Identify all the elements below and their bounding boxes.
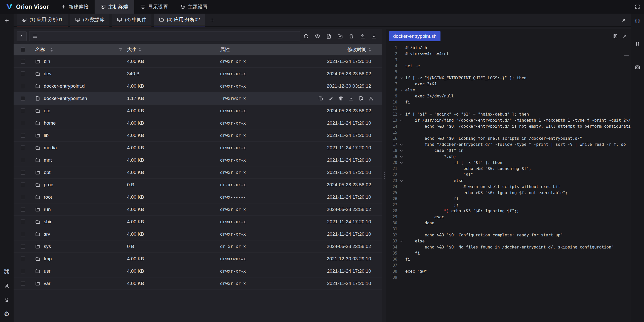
file-name[interactable]: root (44, 194, 52, 200)
file-row[interactable]: home4.00 KBdrwxr-xr-x2021-11-24 17:20:10 (14, 117, 382, 129)
editor-scrollbar[interactable] (624, 55, 629, 56)
settings-gear-icon[interactable]: ⚙ (3, 310, 10, 317)
file-name[interactable]: sbin (44, 219, 53, 225)
file-row[interactable]: mnt4.00 KBdrwxr-xr-x2021-11-24 17:20:10 (14, 154, 382, 166)
add-tab-button[interactable] (210, 18, 215, 23)
fold-chevron-icon[interactable] (399, 76, 403, 80)
new-folder-button[interactable] (337, 33, 344, 40)
fold-chevron-icon[interactable] (399, 161, 403, 165)
file-row[interactable]: bin4.00 KBdrwxr-xr-x2021-11-24 17:20:10 (14, 55, 382, 68)
file-row[interactable]: usr4.00 KBdrwxr-xr-x2021-11-24 17:20:10 (14, 265, 382, 277)
swap-vertical-icon[interactable] (634, 40, 641, 47)
code-editor[interactable]: 1#!/bin/sh2# vim:sw=4:ts=4:et34set -e56i… (386, 44, 631, 322)
row-checkbox[interactable] (21, 183, 25, 187)
session-tab-4[interactable]: (4) 应用-分析02 (154, 14, 205, 26)
editor-close-icon[interactable] (622, 34, 627, 39)
file-row[interactable]: etc4.00 KBdrwxr-xr-x2024-05-28 23:58:02 (14, 105, 382, 117)
delete-button[interactable] (348, 33, 355, 40)
row-checkbox[interactable] (21, 170, 25, 175)
file-row[interactable]: lib4.00 KBdrwxr-xr-x2021-11-24 17:20:10 (14, 129, 382, 142)
file-row[interactable]: srv4.00 KBdrwxr-xr-x2021-11-24 17:20:10 (14, 228, 382, 240)
column-header-time[interactable]: 修改时间 (313, 46, 382, 53)
file-name[interactable]: home (44, 120, 56, 126)
file-name[interactable]: docker-entrypoint.sh (44, 96, 87, 101)
sort-icon[interactable] (139, 48, 141, 52)
row-checkbox[interactable] (21, 257, 25, 261)
column-header-name[interactable]: 名称 (32, 46, 127, 53)
menu-item-display-settings[interactable]: 显示设置 (134, 0, 174, 14)
keyboard-shortcut-icon[interactable]: ⌘ (3, 268, 10, 275)
file-name[interactable]: run (44, 207, 51, 212)
file-name[interactable]: usr (44, 268, 50, 274)
save-icon[interactable] (613, 34, 618, 39)
file-name[interactable]: lib (44, 133, 49, 138)
file-row[interactable]: docker-entrypoint.sh1.17 KB-rwxrwxr-x (14, 92, 382, 105)
row-checkbox[interactable] (21, 244, 25, 249)
permission-button[interactable] (369, 96, 374, 101)
file-name[interactable]: media (44, 145, 57, 151)
file-row[interactable]: opt4.00 KBdrwxr-xr-x2021-11-24 17:20:10 (14, 166, 382, 179)
fold-chevron-icon[interactable] (399, 179, 403, 183)
row-checkbox[interactable] (21, 109, 25, 113)
fold-chevron-icon[interactable] (399, 113, 403, 116)
menu-item-new-connection[interactable]: 新建连接 (55, 0, 95, 14)
editor-file-tab[interactable]: docker-entrypoint.sh (389, 31, 440, 41)
badge-icon[interactable] (3, 296, 10, 303)
fold-chevron-icon[interactable] (399, 239, 403, 243)
row-checkbox[interactable] (21, 146, 25, 150)
row-checkbox[interactable] (21, 59, 25, 64)
fold-chevron-icon[interactable] (399, 88, 403, 92)
row-checkbox[interactable] (21, 269, 25, 273)
file-name[interactable]: srv (44, 231, 50, 237)
edit-button[interactable] (328, 96, 333, 101)
fold-chevron-icon[interactable] (399, 143, 403, 147)
file-row[interactable]: docker-entrypoint.d4.00 KBdrwxr-xr-x2021… (14, 80, 382, 92)
sort-icon[interactable] (369, 48, 371, 52)
row-checkbox[interactable] (21, 158, 25, 162)
row-checkbox[interactable] (21, 281, 25, 286)
row-checkbox[interactable] (21, 96, 25, 101)
file-row[interactable]: proc0 Bdr-xr-xr-x2024-05-28 23:58:02 (14, 179, 382, 191)
filter-icon[interactable] (119, 48, 123, 52)
user-icon[interactable] (3, 282, 10, 289)
column-header-size[interactable]: 大小 (127, 46, 220, 53)
upload-button[interactable] (359, 33, 366, 40)
row-checkbox[interactable] (21, 195, 25, 199)
fullscreen-button[interactable] (635, 4, 640, 10)
menu-item-theme-settings[interactable]: 主题设置 (174, 0, 214, 14)
file-name[interactable]: mnt (44, 157, 52, 163)
file-name[interactable]: dev (44, 71, 52, 77)
download-button[interactable] (371, 33, 378, 40)
file-name[interactable]: var (44, 281, 50, 286)
row-checkbox[interactable] (21, 220, 25, 224)
row-checkbox[interactable] (21, 207, 25, 212)
path-input[interactable] (40, 33, 297, 39)
brand[interactable]: Orion Visor (0, 0, 55, 14)
file-row[interactable]: dev340 Bdrwxr-xr-x2024-05-28 23:58:02 (14, 68, 382, 80)
file-name[interactable]: proc (44, 182, 53, 188)
move-button[interactable] (358, 96, 364, 101)
session-tab-2[interactable]: (2) 数据库 (70, 14, 110, 26)
file-name[interactable]: opt (44, 170, 50, 175)
menu-item-host-terminal[interactable]: 主机终端 (95, 0, 134, 14)
refresh-button[interactable] (303, 33, 310, 40)
preview-button[interactable] (314, 33, 321, 40)
row-checkbox[interactable] (21, 232, 25, 236)
panel-divider[interactable] (382, 29, 386, 322)
fold-chevron-icon[interactable] (399, 149, 403, 153)
file-row[interactable]: sbin4.00 KBdrwxr-xr-x2021-11-24 17:20:10 (14, 216, 382, 228)
file-name[interactable]: tmp (44, 256, 52, 262)
screenshot-camera-icon[interactable] (634, 63, 641, 70)
braces-icon[interactable]: {} (634, 17, 641, 24)
new-session-button[interactable] (3, 17, 10, 24)
file-row[interactable]: media4.00 KBdrwxr-xr-x2021-11-24 17:20:1… (14, 142, 382, 154)
sort-icon[interactable] (50, 48, 53, 52)
row-checkbox[interactable] (21, 121, 25, 125)
session-tab-1[interactable]: (1) 应用-分析01 (17, 14, 68, 26)
delete-button[interactable] (338, 96, 343, 101)
session-tab-3[interactable]: (3) 中间件 (112, 14, 151, 26)
back-button[interactable] (17, 31, 27, 41)
row-checkbox[interactable] (21, 133, 25, 138)
row-checkbox[interactable] (21, 84, 25, 88)
file-row[interactable]: run4.00 KBdrwxr-xr-x2024-05-28 23:58:02 (14, 203, 382, 216)
